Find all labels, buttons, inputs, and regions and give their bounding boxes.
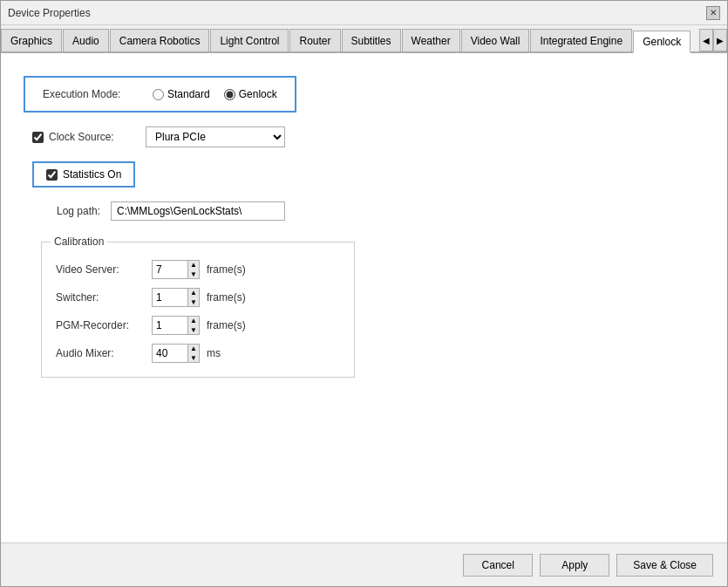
spinner-switcher-buttons: ▲ ▼ xyxy=(187,288,199,307)
calib-unit-pgm-recorder: frame(s) xyxy=(207,319,246,331)
execution-mode-box: Execution Mode: Standard Genlock xyxy=(24,76,296,113)
calibration-legend: Calibration xyxy=(51,235,107,248)
spinner-video-server: ▲ ▼ xyxy=(152,260,200,279)
spinner-pgm-recorder-down[interactable]: ▼ xyxy=(188,325,199,335)
spinner-pgm-recorder: ▲ ▼ xyxy=(152,316,200,335)
spinner-switcher-input[interactable] xyxy=(153,290,187,305)
calib-unit-audio-mixer: ms xyxy=(207,347,221,359)
spinner-switcher-up[interactable]: ▲ xyxy=(188,288,199,297)
spinner-audio-mixer-input[interactable] xyxy=(153,345,187,361)
tab-graphics[interactable]: Graphics xyxy=(1,29,62,51)
radio-genlock[interactable]: Genlock xyxy=(224,88,277,100)
tab-integrated-engine[interactable]: Integrated Engine xyxy=(530,29,632,51)
footer: Cancel Apply Save & Close xyxy=(1,543,727,586)
spinner-video-server-down[interactable]: ▼ xyxy=(188,270,199,279)
calib-label-switcher: Switcher: xyxy=(56,291,152,304)
log-path-input[interactable] xyxy=(111,201,285,221)
window-title: Device Properties xyxy=(8,7,91,19)
calibration-row-pgm-recorder: PGM-Recorder: ▲ ▼ frame(s) xyxy=(56,316,340,335)
execution-mode-label: Execution Mode: xyxy=(43,88,139,100)
radio-standard[interactable]: Standard xyxy=(153,88,210,100)
spinner-video-server-input[interactable] xyxy=(153,262,187,277)
tab-weather[interactable]: Weather xyxy=(402,29,460,51)
spinner-video-server-buttons: ▲ ▼ xyxy=(187,260,199,279)
tab-camera-robotics[interactable]: Camera Robotics xyxy=(110,29,210,51)
tab-scroll-right[interactable]: ▶ xyxy=(713,29,727,51)
title-bar: Device Properties ✕ xyxy=(1,1,727,25)
clock-source-label[interactable]: Clock Source: xyxy=(32,131,146,143)
log-path-label: Log path: xyxy=(24,205,111,217)
tab-scroll-left[interactable]: ◀ xyxy=(699,29,713,51)
spinner-audio-mixer: ▲ ▼ xyxy=(152,344,200,363)
content-area: Execution Mode: Standard Genlock Clock S… xyxy=(1,53,727,543)
tab-light-control[interactable]: Light Control xyxy=(210,29,289,51)
spinner-pgm-recorder-up[interactable]: ▲ xyxy=(188,316,199,325)
radio-genlock-label: Genlock xyxy=(239,88,277,100)
statistics-box[interactable]: Statistics On xyxy=(32,161,135,188)
log-path-row: Log path: xyxy=(24,201,713,221)
spinner-audio-mixer-buttons: ▲ ▼ xyxy=(187,344,199,363)
spinner-audio-mixer-up[interactable]: ▲ xyxy=(188,344,199,353)
tab-audio[interactable]: Audio xyxy=(63,29,109,51)
calib-label-pgm-recorder: PGM-Recorder: xyxy=(56,319,152,331)
spinner-pgm-recorder-buttons: ▲ ▼ xyxy=(187,316,199,335)
calibration-group: Calibration Video Server: ▲ ▼ frame(s) xyxy=(41,242,355,378)
calib-label-video-server: Video Server: xyxy=(56,263,152,276)
spinner-switcher-down[interactable]: ▼ xyxy=(188,297,199,307)
tab-nav: ◀ ▶ xyxy=(699,29,727,51)
radio-group: Standard Genlock xyxy=(153,88,277,100)
clock-source-row: Clock Source: Plura PCIe Internal Extern… xyxy=(32,126,713,147)
radio-standard-input[interactable] xyxy=(153,89,164,100)
cancel-button[interactable]: Cancel xyxy=(463,554,533,577)
calib-label-audio-mixer: Audio Mixer: xyxy=(56,347,152,359)
spinner-pgm-recorder-input[interactable] xyxy=(153,317,187,333)
calibration-row-switcher: Switcher: ▲ ▼ frame(s) xyxy=(56,288,340,307)
spinner-switcher: ▲ ▼ xyxy=(152,288,200,307)
apply-button[interactable]: Apply xyxy=(540,554,609,577)
tab-video-wall[interactable]: Video Wall xyxy=(461,29,530,51)
clock-source-text: Clock Source: xyxy=(49,131,114,143)
close-button[interactable]: ✕ xyxy=(706,6,720,20)
radio-standard-label: Standard xyxy=(167,88,210,100)
radio-genlock-input[interactable] xyxy=(224,89,235,100)
calibration-row-audio-mixer: Audio Mixer: ▲ ▼ ms xyxy=(56,344,340,363)
calibration-row-video-server: Video Server: ▲ ▼ frame(s) xyxy=(56,260,340,279)
clock-source-dropdown[interactable]: Plura PCIe Internal External xyxy=(146,126,285,147)
statistics-checkbox[interactable] xyxy=(46,169,58,181)
device-properties-window: Device Properties ✕ Graphics Audio Camer… xyxy=(0,0,728,587)
clock-source-checkbox[interactable] xyxy=(32,132,44,143)
spinner-video-server-up[interactable]: ▲ xyxy=(188,260,199,270)
tab-bar: Graphics Audio Camera Robotics Light Con… xyxy=(1,25,727,53)
execution-mode-row: Execution Mode: Standard Genlock xyxy=(43,88,277,100)
tab-router[interactable]: Router xyxy=(289,29,340,51)
spinner-audio-mixer-down[interactable]: ▼ xyxy=(188,353,199,363)
tab-subtitles[interactable]: Subtitles xyxy=(342,29,401,51)
statistics-label: Statistics On xyxy=(63,168,121,181)
calib-unit-switcher: frame(s) xyxy=(207,291,246,304)
save-close-button[interactable]: Save & Close xyxy=(616,554,713,577)
tab-genlock[interactable]: Genlock xyxy=(633,31,691,53)
calib-unit-video-server: frame(s) xyxy=(207,263,246,276)
